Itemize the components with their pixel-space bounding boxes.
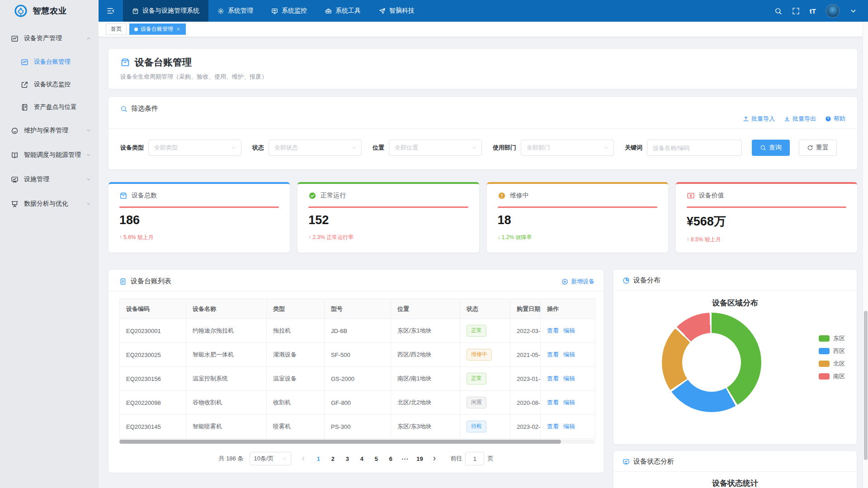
top-navbar: 设备与设施管理系统系统管理系统监控系统工具智脑科技 tT xyxy=(99,0,868,22)
cell-code: EQ20230001 xyxy=(120,319,186,343)
edit-link[interactable]: 编辑 xyxy=(563,375,575,382)
page-number-19[interactable]: 19 xyxy=(414,455,425,462)
avatar[interactable] xyxy=(826,4,840,18)
view-link[interactable]: 查看 xyxy=(547,423,559,430)
stat-change: ↑ 5.6% 较上月 xyxy=(119,234,279,241)
view-link[interactable]: 查看 xyxy=(547,399,559,406)
legend-item-0[interactable]: 东区 xyxy=(819,334,845,343)
sidebar-item-0-0[interactable]: 设备台账管理 xyxy=(0,51,99,73)
search-button[interactable]: 查询 xyxy=(752,140,790,156)
fullscreen-icon[interactable] xyxy=(792,7,800,15)
chevron-down-icon[interactable] xyxy=(849,7,857,15)
navbar-right: tT xyxy=(774,0,868,22)
page-number-6[interactable]: 6 xyxy=(385,455,396,462)
cell-actions: 查看编辑 xyxy=(541,319,595,343)
status-card-title: 设备状态分析 xyxy=(633,457,674,466)
sidebar-section-0[interactable]: 设备资产管理 xyxy=(0,26,99,51)
keyword-input[interactable] xyxy=(647,140,742,156)
stat-card-3: 设备价值¥568万↑ 8.5% 较上月 xyxy=(676,182,857,253)
next-page-button[interactable] xyxy=(431,455,438,462)
legend-swatch xyxy=(819,361,830,367)
filter-action-0[interactable]: 批量导入 xyxy=(743,115,775,123)
package-icon xyxy=(119,192,127,200)
cell-actions: 查看编辑 xyxy=(541,415,595,439)
nav-item-3[interactable]: 系统工具 xyxy=(316,0,370,22)
board-chart-icon xyxy=(623,458,630,465)
filter-select-0[interactable]: 全部类型 xyxy=(148,140,241,156)
sidebar-section-1[interactable]: 维护与保养管理 xyxy=(0,118,99,143)
status-badge: 待检 xyxy=(467,421,486,432)
filter-select-1[interactable]: 全部状态 xyxy=(269,140,362,156)
font-size-icon[interactable]: tT xyxy=(810,7,816,15)
filter-action-2[interactable]: 帮助 xyxy=(825,115,845,123)
sidebar-section-3[interactable]: 设施管理 xyxy=(0,167,99,192)
add-device-button[interactable]: 新增设备 xyxy=(561,277,594,286)
page-number-4[interactable]: 4 xyxy=(356,455,367,462)
tab-0[interactable]: 首页 xyxy=(106,23,127,35)
edit-link[interactable]: 编辑 xyxy=(563,327,575,334)
stats-row: 设备总数186↑ 5.6% 较上月正常运行152↑ 2.3% 正常运行率维修中1… xyxy=(108,182,857,253)
status-analysis-card: 设备状态分析 设备状态统计 xyxy=(613,451,857,488)
chart-box-icon xyxy=(11,35,19,42)
stat-divider xyxy=(119,206,279,208)
nav-item-4[interactable]: 智脑科技 xyxy=(370,0,424,22)
nav-item-1[interactable]: 系统管理 xyxy=(208,0,262,22)
cell-date: 2023-02- xyxy=(510,415,541,439)
stat-divider xyxy=(687,206,846,208)
view-link[interactable]: 查看 xyxy=(547,327,559,334)
cell-code: EQ20230025 xyxy=(120,343,186,367)
sidebar-section-2[interactable]: 智能调度与能源管理 xyxy=(0,143,99,167)
page-number-2[interactable]: 2 xyxy=(327,455,338,462)
presentation-icon xyxy=(11,200,19,208)
page-header-card: 设备台账管理 设备全生命周期管理（采购、验收、使用、维护、报废） xyxy=(108,49,857,89)
goto-page-input[interactable] xyxy=(465,452,484,465)
nav-item-2[interactable]: 系统监控 xyxy=(262,0,316,22)
table-header-row: 设备编码设备名称类型型号位置状态购置日期操作 xyxy=(120,299,595,319)
search-icon[interactable] xyxy=(774,7,782,15)
vertical-scrollbar-thumb[interactable] xyxy=(864,311,868,460)
legend-item-3[interactable]: 南区 xyxy=(819,372,845,380)
tab-active-dot xyxy=(134,28,138,31)
sidebar-item-label: 设备状态监控 xyxy=(34,80,91,89)
view-link[interactable]: 查看 xyxy=(547,351,559,358)
cell-status: 正常 xyxy=(460,319,510,343)
value-card-icon xyxy=(687,192,695,200)
sidebar-item-0-1[interactable]: 设备状态监控 xyxy=(0,73,99,96)
cell-status: 待检 xyxy=(460,415,510,439)
tab-1[interactable]: 设备台账管理 xyxy=(129,23,186,35)
filter-select-2[interactable]: 全部位置 xyxy=(389,140,482,156)
view-link[interactable]: 查看 xyxy=(547,375,559,382)
sidebar: 智慧农业 设备资产管理设备台账管理设备状态监控资产盘点与位置维护与保养管理智能调… xyxy=(0,0,99,488)
reset-button[interactable]: 重置 xyxy=(799,140,837,156)
status-chart-title: 设备状态统计 xyxy=(613,478,857,488)
edit-link[interactable]: 编辑 xyxy=(563,399,575,406)
sidebar-section-4[interactable]: 数据分析与优化 xyxy=(0,192,99,216)
filter-action-1[interactable]: 批量导出 xyxy=(784,115,816,123)
edit-link[interactable]: 编辑 xyxy=(563,351,575,358)
legend-item-2[interactable]: 北区 xyxy=(819,360,845,368)
page-size-select[interactable]: 10条/页 xyxy=(250,452,291,465)
edit-link[interactable]: 编辑 xyxy=(563,423,575,430)
page-number-5[interactable]: 5 xyxy=(371,455,382,462)
refresh-icon xyxy=(807,145,813,151)
cell-status: 维修中 xyxy=(460,343,510,367)
sidebar-section-label: 设施管理 xyxy=(24,175,86,183)
page-number-1[interactable]: 1 xyxy=(313,455,324,462)
filter-select-3[interactable]: 全部部门 xyxy=(521,140,614,156)
sidebar-children: 设备台账管理设备状态监控资产盘点与位置 xyxy=(0,51,99,118)
sidebar-item-0-2[interactable]: 资产盘点与位置 xyxy=(0,96,99,118)
stat-value: 18 xyxy=(498,213,657,227)
cell-location: 西区/西2地块 xyxy=(391,343,460,367)
table-column-header: 设备名称 xyxy=(186,299,267,319)
nav-item-0[interactable]: 设备与设施管理系统 xyxy=(123,0,208,22)
page-number-3[interactable]: 3 xyxy=(342,455,353,462)
sidebar-collapse-button[interactable] xyxy=(99,0,123,22)
stat-label: 正常运行 xyxy=(321,192,346,200)
sidebar-section-label: 智能调度与能源管理 xyxy=(24,151,86,159)
prev-page-button[interactable] xyxy=(300,455,307,462)
sidebar-item-label: 设备台账管理 xyxy=(34,58,91,66)
horizontal-scrollbar-thumb[interactable] xyxy=(119,440,561,444)
stat-change: ↑ 8.5% 较上月 xyxy=(687,236,846,244)
legend-item-1[interactable]: 西区 xyxy=(819,347,845,355)
chevron-down-icon xyxy=(86,128,91,133)
